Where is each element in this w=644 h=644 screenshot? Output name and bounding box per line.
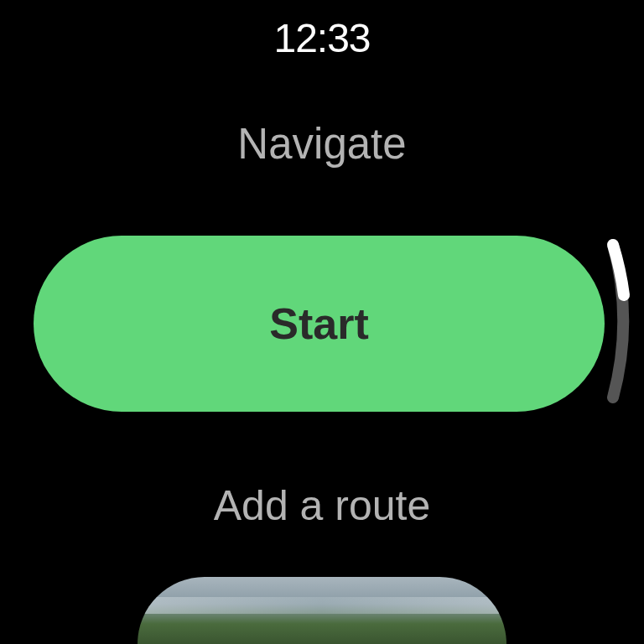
page-title: Navigate: [237, 119, 406, 169]
status-time: 12:33: [273, 15, 370, 61]
add-route-button[interactable]: Add a route: [214, 481, 431, 530]
route-preview-image[interactable]: [138, 577, 506, 644]
scroll-indicator: [588, 236, 638, 404]
start-button[interactable]: Start: [34, 236, 605, 412]
start-button-label: Start: [269, 299, 368, 349]
